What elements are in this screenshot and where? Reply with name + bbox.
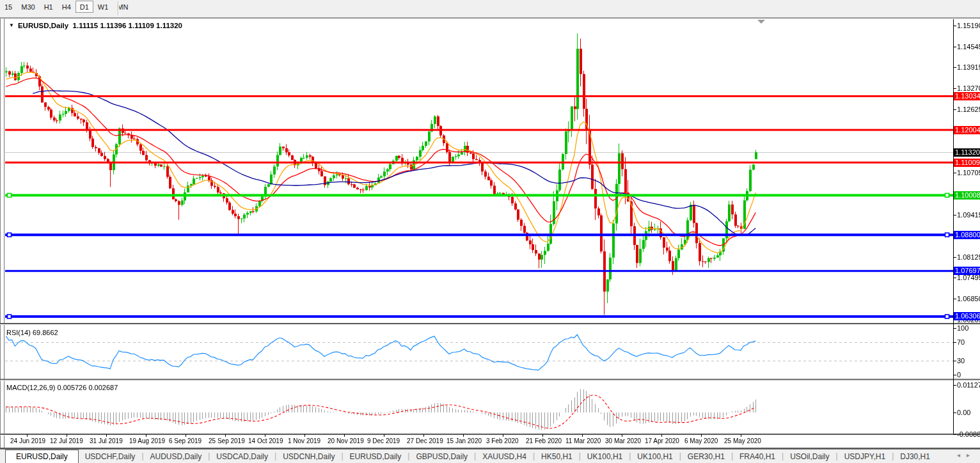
- date-tick-label: 3 Feb 2020: [486, 437, 519, 444]
- timeframe-button-h1[interactable]: H1: [40, 1, 58, 13]
- chart-dropdown-icon[interactable]: ▼: [9, 22, 14, 28]
- price-tick-label: 1.13915: [957, 63, 980, 71]
- tab-dj30-h1[interactable]: DJ30,H1: [894, 450, 937, 463]
- tab-usoil-daily[interactable]: USOil,Daily: [784, 450, 835, 463]
- price-tick-label: 1.13270: [957, 84, 980, 92]
- timeframe-button-15[interactable]: 15: [0, 1, 17, 13]
- tab-ger30-h1[interactable]: GER30,H1: [681, 450, 731, 463]
- chart-canvas[interactable]: [0, 0, 980, 463]
- date-tick-label: 25 May 2020: [724, 437, 761, 444]
- tab-xauusd-h4[interactable]: XAUUSD,H4: [476, 450, 533, 463]
- tab-uk100-h1[interactable]: UK100,H1: [631, 450, 679, 463]
- tab-audusd-daily[interactable]: AUDUSD,Daily: [144, 450, 209, 463]
- rsi-tick-label: 0: [957, 371, 961, 379]
- price-line-label: 1.08800: [954, 231, 980, 239]
- tab-eurusd-daily[interactable]: EURUSD,Daily: [344, 450, 408, 463]
- price-line-label: 1.06306: [954, 312, 980, 320]
- price-tick-label: 1.09415: [957, 211, 980, 219]
- tab-gbpusd-daily[interactable]: GBPUSD,Daily: [409, 450, 474, 463]
- date-tick-label: 12 Jul 2019: [50, 437, 83, 444]
- timeframe-button-m30[interactable]: M30: [17, 1, 39, 13]
- timeframe-button-w1[interactable]: W1: [93, 1, 113, 13]
- tab-hk50-h1[interactable]: HK50,H1: [535, 450, 579, 463]
- timeframe-button-mn[interactable]: MN: [113, 1, 132, 13]
- rsi-tick-label: 100: [957, 324, 968, 332]
- price-line-label: 1.11320: [954, 148, 980, 157]
- chart-tab-bar: EURUSD,DailyUSDCHF,Daily|AUDUSD,Daily|US…: [0, 449, 980, 463]
- price-line-label: 1.11009: [954, 159, 980, 167]
- date-tick-label: 11 Mar 2020: [565, 437, 601, 444]
- price-tick-label: 1.12625: [957, 106, 980, 113]
- date-tick-label: 6 Sep 2019: [169, 437, 202, 444]
- mt4-window: 15M30H1H4D1W1MN ▼EURUSD,Daily 1.11115 1.…: [0, 0, 980, 463]
- date-tick-label: 31 Jul 2019: [90, 437, 123, 444]
- timeframe-button-h4[interactable]: H4: [58, 1, 75, 13]
- macd-tick-label: 0.00: [957, 409, 970, 416]
- date-tick-label: 25 Sep 2019: [209, 437, 245, 444]
- macd-tick-label: -0.008845: [957, 430, 980, 438]
- date-tick-label: 27 Dec 2019: [407, 437, 443, 444]
- date-tick-label: 20 Nov 2019: [328, 437, 364, 444]
- tab-eurusd-daily[interactable]: EURUSD,Daily: [5, 450, 79, 463]
- macd-tick-label: 0.011277: [957, 381, 980, 389]
- price-tick-label: 1.15190: [957, 22, 980, 29]
- price-tick-label: 1.14545: [957, 43, 980, 51]
- date-tick-label: 15 Jan 2020: [447, 437, 482, 444]
- tab-scroll-left-icon[interactable]: ◂: [957, 451, 967, 459]
- price-tick-label: 1.10705: [957, 169, 980, 177]
- price-line-label: 1.13034: [954, 92, 980, 100]
- chart-title: ▼EURUSD,Daily 1.11115 1.11396 1.11109 1.…: [9, 22, 182, 29]
- price-line-label: 1.07697: [954, 267, 980, 275]
- macd-label: MACD(12,26,9) 0.005726 0.002687: [6, 384, 118, 391]
- date-tick-label: 19 Aug 2019: [129, 437, 165, 444]
- tab-uk100-h1[interactable]: UK100,H1: [581, 450, 629, 463]
- chart-ohlc-values: 1.11115 1.11396 1.11109 1.11320: [73, 22, 182, 29]
- price-axis[interactable]: 1.151901.145451.139151.132701.126251.107…: [954, 19, 980, 324]
- tab-usdcnh-daily[interactable]: USDCNH,Daily: [276, 450, 341, 463]
- rsi-tick-label: 70: [957, 338, 965, 346]
- date-tick-label: 24 Jun 2019: [10, 437, 45, 444]
- tab-usdcad-daily[interactable]: USDCAD,Daily: [210, 450, 274, 463]
- date-tick-label: 30 Mar 2020: [605, 437, 641, 444]
- tab-fra40-h1[interactable]: FRA40,H1: [733, 450, 782, 463]
- toolbar-separator: [118, 1, 119, 15]
- price-line-label: 1.12004: [954, 126, 980, 134]
- rsi-label: RSI(14) 69.8662: [6, 329, 58, 336]
- timeframe-button-d1[interactable]: D1: [75, 1, 93, 13]
- date-tick-label: 17 Apr 2020: [645, 437, 679, 444]
- price-tick-label: 1.08125: [957, 253, 980, 261]
- price-line-label: 1.10008: [954, 191, 980, 200]
- date-tick-label: 21 Feb 2020: [526, 437, 562, 444]
- tab-scroll-right-icon[interactable]: ▸: [967, 451, 976, 459]
- chart-symbol-label: EURUSD,Daily: [18, 22, 68, 29]
- date-tick-label: 1 Nov 2019: [288, 437, 320, 444]
- tab-scroll-arrows: ◂▸: [957, 451, 976, 459]
- rsi-tick-label: 30: [957, 357, 965, 365]
- timeframe-toolbar: 15M30H1H4D1W1MN: [0, 0, 980, 18]
- tab-usdchf-daily[interactable]: USDCHF,Daily: [79, 450, 142, 463]
- timeframe-buttons: 15M30H1H4D1W1MN: [0, 1, 132, 12]
- date-tick-label: 9 Dec 2019: [367, 437, 400, 444]
- tab-usdjpy-h1[interactable]: USDJPY,H1: [838, 450, 892, 463]
- date-tick-label: 6 May 2020: [684, 437, 718, 444]
- date-tick-label: 14 Oct 2019: [248, 437, 283, 444]
- price-tick-label: 1.06850: [957, 295, 980, 302]
